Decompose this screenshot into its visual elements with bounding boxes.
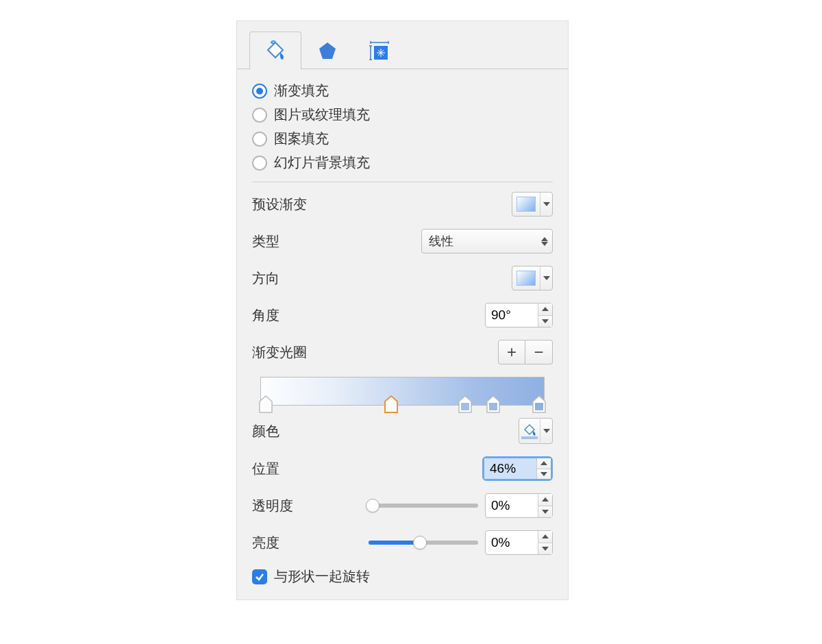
size-icon: [369, 40, 390, 61]
rotate-label: 与形状一起旋转: [274, 567, 370, 586]
svg-rect-10: [489, 403, 497, 410]
slider-knob[interactable]: [413, 536, 427, 549]
transparency-step-up[interactable]: [538, 494, 552, 506]
gradient-stops-bar[interactable]: [260, 377, 545, 406]
radio-icon: [252, 156, 267, 171]
select-arrows-icon: [541, 237, 548, 246]
radio-picture-fill[interactable]: 图片或纹理填充: [252, 106, 553, 124]
transparency-step-down[interactable]: [538, 506, 552, 518]
radio-label: 渐变填充: [274, 82, 329, 100]
transparency-spinner[interactable]: [485, 493, 553, 518]
radio-slidebg-fill[interactable]: 幻灯片背景填充: [252, 153, 553, 172]
gradient-swatch-icon: [516, 197, 536, 212]
gradient-swatch-icon: [516, 271, 536, 286]
position-step-down[interactable]: [537, 469, 551, 480]
brightness-label: 亮度: [252, 534, 362, 552]
chevron-down-icon: [540, 419, 552, 443]
brightness-step-up[interactable]: [538, 531, 552, 543]
type-value: 线性: [429, 233, 453, 249]
gradient-stop[interactable]: [532, 395, 547, 414]
radio-icon: [252, 108, 267, 123]
chevron-down-icon: [540, 267, 552, 290]
tab-fill[interactable]: [249, 32, 301, 70]
position-step-up[interactable]: [537, 458, 551, 469]
checkmark-icon: [252, 569, 267, 584]
radio-icon: [252, 132, 267, 147]
angle-spinner[interactable]: [485, 303, 553, 327]
angle-step-up[interactable]: [538, 304, 552, 316]
fill-content: 渐变填充 图片或纹理填充 图案填充 幻灯片背景填充 预设渐变 类型 线性: [237, 69, 568, 586]
tab-effects[interactable]: [301, 31, 353, 69]
chevron-down-icon: [540, 193, 552, 216]
transparency-input[interactable]: [486, 494, 538, 517]
stops-label: 渐变光圈: [252, 343, 307, 362]
svg-rect-7: [262, 403, 270, 410]
divider: [252, 182, 553, 182]
add-stop-button[interactable]: +: [498, 340, 525, 364]
gradient-stop[interactable]: [458, 395, 473, 414]
color-label: 颜色: [252, 422, 279, 441]
brightness-spinner[interactable]: [485, 530, 553, 555]
transparency-slider[interactable]: [369, 499, 478, 512]
radio-gradient-fill[interactable]: 渐变填充: [252, 82, 553, 100]
gradient-stop-selected[interactable]: [384, 395, 399, 414]
brightness-slider[interactable]: [369, 536, 478, 549]
svg-rect-8: [387, 403, 395, 410]
position-spinner[interactable]: [482, 456, 553, 481]
color-dropdown[interactable]: [519, 418, 553, 444]
position-label: 位置: [252, 460, 279, 478]
gradient-stop[interactable]: [486, 395, 501, 414]
radio-icon: [252, 84, 267, 99]
paint-bucket-icon: [519, 422, 540, 441]
preset-label: 预设渐变: [252, 195, 307, 214]
pentagon-icon: [317, 40, 338, 61]
radio-label: 图片或纹理填充: [274, 106, 370, 124]
radio-label: 幻灯片背景填充: [274, 153, 370, 172]
direction-dropdown[interactable]: [512, 266, 553, 290]
radio-label: 图案填充: [274, 129, 329, 148]
paint-bucket-icon: [264, 40, 287, 61]
position-input[interactable]: [484, 458, 536, 479]
brightness-step-down[interactable]: [538, 543, 552, 555]
direction-label: 方向: [252, 269, 279, 288]
preset-gradient-dropdown[interactable]: [512, 192, 553, 216]
format-shape-panel: 渐变填充 图片或纹理填充 图案填充 幻灯片背景填充 预设渐变 类型 线性: [236, 21, 569, 600]
gradient-track: [260, 377, 545, 406]
svg-rect-11: [535, 403, 543, 410]
type-label: 类型: [252, 232, 279, 251]
transparency-label: 透明度: [252, 497, 362, 515]
remove-stop-button[interactable]: −: [525, 340, 553, 364]
rotate-with-shape-checkbox[interactable]: 与形状一起旋转: [252, 567, 553, 586]
brightness-input[interactable]: [486, 531, 538, 554]
tab-bar: [237, 21, 568, 69]
tab-size[interactable]: [353, 31, 406, 69]
gradient-stop[interactable]: [258, 395, 273, 414]
angle-step-down[interactable]: [538, 316, 552, 327]
angle-input[interactable]: [486, 304, 538, 327]
type-select[interactable]: 线性: [421, 229, 553, 253]
radio-pattern-fill[interactable]: 图案填充: [252, 129, 553, 148]
slider-knob[interactable]: [366, 499, 379, 512]
angle-label: 角度: [252, 306, 279, 325]
svg-rect-9: [461, 403, 469, 410]
